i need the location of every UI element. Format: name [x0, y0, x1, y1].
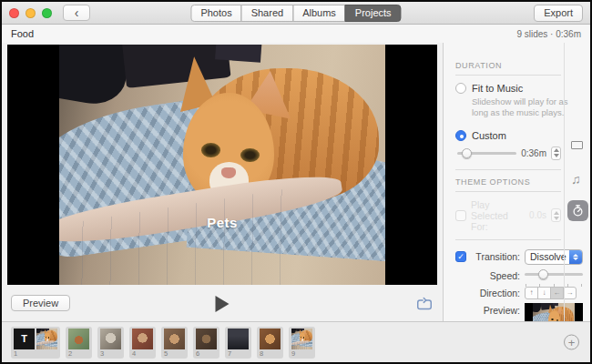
- cat-photo-illustration: Pets: [291, 329, 312, 349]
- slide-number: 9: [291, 350, 312, 358]
- slide-thumbnail-8[interactable]: 8: [257, 327, 283, 359]
- preview-button[interactable]: Preview: [11, 295, 70, 311]
- app-window: ‹ Photos Shared Albums Projects Export F…: [0, 0, 592, 364]
- transition-label: Transition:: [473, 251, 520, 262]
- close-window-button[interactable]: [9, 8, 19, 18]
- photo-cat-eye: [201, 143, 221, 157]
- slide-caption: Pets: [59, 215, 386, 230]
- slide-thumbnail-4[interactable]: 4: [129, 327, 156, 359]
- minimize-window-button[interactable]: [26, 8, 36, 18]
- play-selected-stepper[interactable]: [551, 208, 561, 222]
- view-tabs: Photos Shared Albums Projects: [190, 5, 401, 22]
- custom-radio[interactable]: [455, 130, 466, 141]
- slide-thumbnail-9[interactable]: Pets 9: [289, 327, 315, 359]
- photo-background-object: [46, 329, 49, 330]
- settings-sidebar: DURATION Fit to Music Slideshow will pla…: [443, 43, 590, 321]
- direction-left-button[interactable]: ←: [550, 287, 564, 299]
- slideshow-area: Pets Preview: [2, 43, 443, 321]
- photo-paper: [291, 341, 308, 349]
- playback-controls: Preview: [2, 287, 443, 321]
- fit-to-music-label: Fit to Music: [472, 83, 523, 94]
- play-selected-value: 0.0s: [529, 210, 546, 220]
- slide-thumbnail-6[interactable]: 6: [193, 327, 219, 359]
- slide-filmstrip: T Pets 1 2 3 4 5 6 7 8: [2, 321, 590, 362]
- current-slide-photo: Pets: [59, 45, 386, 285]
- slide-number: 5: [164, 350, 185, 358]
- slide-thumbnail-3[interactable]: 3: [97, 327, 124, 359]
- play-selected-label: Play Selected For:: [471, 199, 525, 232]
- speed-label: Speed:: [473, 270, 520, 281]
- tab-shared[interactable]: Shared: [241, 5, 293, 22]
- custom-duration-option[interactable]: Custom: [455, 130, 561, 141]
- photo-dark-corner: [59, 45, 133, 109]
- photo-background-object: [553, 303, 559, 306]
- cat-photo-illustration: Pets: [36, 329, 57, 349]
- title-bar: ‹ Photos Shared Albums Projects Export: [2, 2, 590, 25]
- export-button[interactable]: Export: [534, 5, 583, 22]
- slide-number: 2: [68, 350, 89, 358]
- play-icon[interactable]: [216, 296, 230, 312]
- tab-photos[interactable]: Photos: [190, 5, 241, 22]
- info-bar: Food 9 slides · 0:36m: [2, 25, 590, 43]
- slide-number: 7: [228, 350, 249, 358]
- slideshow-stage[interactable]: Pets: [7, 45, 437, 285]
- transition-checkbox[interactable]: ✓: [455, 251, 466, 262]
- themes-icon[interactable]: [571, 141, 583, 149]
- photo-cat-eye: [48, 337, 49, 338]
- slide-thumbnail-1[interactable]: T Pets 1: [11, 327, 60, 359]
- duration-stepper[interactable]: [551, 147, 561, 160]
- photo-cat-nose: [221, 167, 237, 178]
- transition-value: Dissolve: [526, 251, 569, 262]
- slide-count-duration: 9 slides · 0:36m: [516, 29, 581, 39]
- project-title: Food: [11, 28, 34, 39]
- direction-down-button[interactable]: ↓: [537, 287, 551, 299]
- fit-to-music-option[interactable]: Fit to Music: [455, 83, 561, 94]
- direction-label: Direction:: [473, 288, 520, 298]
- sidebar-icon-rail: ♫: [564, 43, 590, 321]
- slide-number: 6: [196, 350, 217, 358]
- duration-slider[interactable]: [457, 147, 516, 158]
- theme-options-heading: THEME OPTIONS: [455, 177, 561, 187]
- slide-number: 1: [14, 350, 57, 358]
- cat-photo-illustration: Pets: [59, 45, 386, 285]
- custom-label: Custom: [472, 130, 506, 141]
- title-slide-icon: T: [14, 329, 35, 349]
- music-icon[interactable]: ♫: [571, 172, 581, 187]
- photo-cat-eye: [303, 337, 304, 338]
- tab-projects[interactable]: Projects: [345, 5, 402, 22]
- play-selected-checkbox[interactable]: [455, 210, 466, 221]
- timer-icon[interactable]: [567, 200, 588, 221]
- photo-paper: [36, 341, 53, 349]
- direction-up-button[interactable]: ↑: [525, 287, 538, 299]
- slide-number: 3: [100, 350, 121, 358]
- duration-value: 0:36m: [521, 148, 546, 158]
- slide-thumbnail-2[interactable]: 2: [66, 327, 92, 359]
- loop-icon[interactable]: [415, 295, 434, 313]
- slide-thumbnail-7[interactable]: 7: [225, 327, 251, 359]
- slide-thumbnail-5[interactable]: 5: [161, 327, 188, 359]
- back-button[interactable]: ‹: [63, 5, 90, 21]
- fit-to-music-description: Slideshow will play for as long as the m…: [472, 96, 574, 119]
- zoom-window-button[interactable]: [42, 8, 52, 18]
- preview-label: Preview:: [473, 305, 520, 316]
- traffic-lights: [9, 8, 52, 18]
- add-slide-button[interactable]: +: [564, 335, 579, 350]
- slide-number: 4: [132, 350, 153, 358]
- fit-to-music-radio[interactable]: [455, 83, 466, 94]
- tab-albums[interactable]: Albums: [292, 5, 346, 22]
- duration-heading: DURATION: [455, 61, 561, 70]
- slide-number: 8: [260, 350, 281, 358]
- photo-background-object: [301, 329, 304, 330]
